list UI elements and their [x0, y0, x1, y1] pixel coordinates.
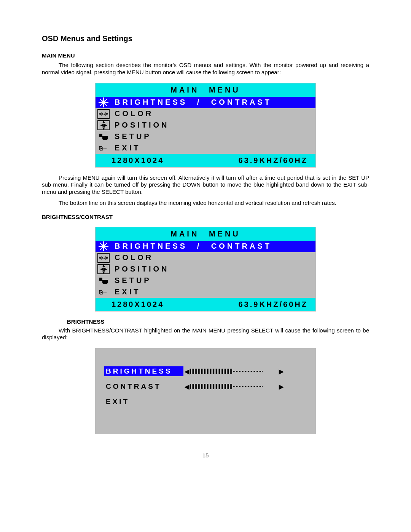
slider-row-2[interactable]: EXIT [104, 397, 307, 407]
osd-item-label: BRIGHTNESS / CONTRAST [111, 242, 272, 251]
osd-title: MAIN MENU [96, 83, 315, 97]
slider-label: CONTRAST [104, 382, 183, 391]
section-main-menu: MAIN MENU [42, 52, 369, 59]
osd-item-0[interactable]: BRIGHTNESS / CONTRAST [96, 97, 315, 108]
brightness-icon [98, 242, 109, 251]
paragraph-3: The bottom line on this screen displays … [42, 200, 369, 207]
osd-item-label: COLOR [111, 253, 153, 262]
osd-item-label: SETUP [111, 276, 151, 285]
osd-resolution: 1280X1024 [112, 156, 164, 165]
osd-item-4[interactable]: ⎘←EXIT [96, 286, 315, 298]
paragraph-4: With BRIGHTNESS/CONTRAST highlighted on … [42, 327, 369, 342]
setup-icon [98, 133, 109, 141]
osd-item-label: EXIT [111, 144, 140, 152]
osd-item-1[interactable]: R|G|BCOLOR [96, 252, 315, 264]
osd-item-1[interactable]: R|G|BCOLOR [96, 108, 315, 120]
setup-icon [98, 276, 109, 285]
exit-icon: ⎘← [98, 288, 109, 296]
osd-refresh: 63.9KHZ/60HZ [239, 156, 308, 165]
slider-bar[interactable] [190, 369, 278, 374]
section-brightness-contrast: BRIGHTNESS/CONTRAST [42, 214, 369, 220]
osd-item-label: POSITION [111, 121, 169, 129]
osd-item-2[interactable]: ▲◀ ▶▼POSITION [96, 264, 315, 275]
slider-label: BRIGHTNESS [104, 366, 183, 376]
right-arrow-icon[interactable]: ▶ [278, 368, 285, 375]
osd-item-label: SETUP [111, 132, 151, 141]
slider-label: EXIT [104, 397, 183, 407]
left-arrow-icon[interactable]: ◀ [183, 368, 190, 375]
brightness-icon [98, 98, 109, 107]
slider-row-0[interactable]: BRIGHTNESS◀▶ [104, 366, 307, 376]
osd-item-label: POSITION [111, 265, 169, 273]
osd-item-3[interactable]: SETUP [96, 131, 315, 142]
slider-bar[interactable] [190, 384, 278, 389]
page-title: OSD Menus and Settings [42, 34, 369, 43]
paragraph-2: Pressing MENU again will turn this scree… [42, 174, 369, 196]
osd-item-label: BRIGHTNESS / CONTRAST [111, 98, 272, 107]
osd-item-0[interactable]: BRIGHTNESS / CONTRAST [96, 241, 315, 252]
osd-item-3[interactable]: SETUP [96, 275, 315, 286]
osd-main-menu-1: MAIN MENUBRIGHTNESS / CONTRASTR|G|BCOLOR… [95, 83, 316, 168]
page-number: 15 [42, 448, 369, 459]
osd-refresh: 63.9KHZ/60HZ [239, 300, 308, 309]
right-arrow-icon[interactable]: ▶ [278, 383, 285, 390]
osd-item-label: COLOR [111, 109, 153, 118]
left-arrow-icon[interactable]: ◀ [183, 383, 190, 390]
osd-footer: 1280X102463.9KHZ/60HZ [96, 154, 315, 167]
osd-resolution: 1280X1024 [112, 300, 164, 309]
osd-item-label: EXIT [111, 288, 140, 296]
osd-brightness-panel: BRIGHTNESS◀▶CONTRAST◀▶EXIT [95, 348, 316, 434]
position-icon: ▲◀ ▶▼ [97, 264, 110, 274]
osd-main-menu-2: MAIN MENUBRIGHTNESS / CONTRASTR|G|BCOLOR… [95, 227, 316, 312]
subsection-brightness: BRIGHTNESS [67, 318, 369, 325]
osd-title: MAIN MENU [96, 227, 315, 241]
rgb-icon: R|G|B [97, 109, 110, 119]
slider-row-1[interactable]: CONTRAST◀▶ [104, 382, 307, 391]
rgb-icon: R|G|B [97, 253, 110, 263]
osd-footer: 1280X102463.9KHZ/60HZ [96, 298, 315, 311]
exit-icon: ⎘← [98, 144, 109, 152]
osd-item-4[interactable]: ⎘←EXIT [96, 142, 315, 154]
paragraph-1: The following section describes the moni… [42, 62, 369, 76]
osd-item-2[interactable]: ▲◀ ▶▼POSITION [96, 120, 315, 131]
position-icon: ▲◀ ▶▼ [97, 120, 110, 130]
